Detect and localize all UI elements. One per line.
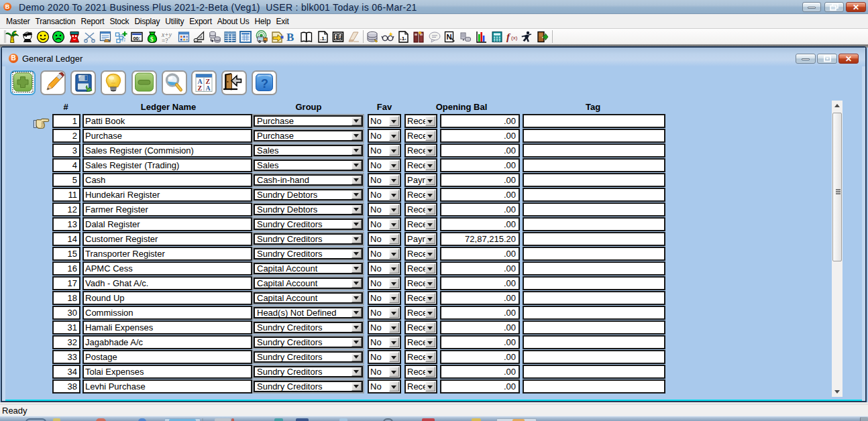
svg-text:N: N bbox=[447, 33, 452, 41]
svg-text:00:: 00: bbox=[133, 36, 140, 42]
svg-text:Z: Z bbox=[198, 84, 203, 92]
svg-text:(x): (x) bbox=[511, 35, 518, 41]
svg-text:f: f bbox=[506, 32, 511, 42]
svg-text:-1-: -1- bbox=[400, 36, 406, 42]
svg-text:.1.: .1. bbox=[320, 36, 326, 42]
svg-text:2: 2 bbox=[339, 34, 343, 40]
svg-text:?: ? bbox=[261, 77, 268, 91]
svg-text:=?: =? bbox=[162, 38, 168, 44]
svg-text:$: $ bbox=[150, 36, 154, 43]
svg-text:x+y: x+y bbox=[161, 32, 172, 38]
svg-text:1: 1 bbox=[335, 34, 338, 40]
svg-text:A: A bbox=[206, 84, 211, 92]
svg-text:B: B bbox=[286, 31, 294, 44]
